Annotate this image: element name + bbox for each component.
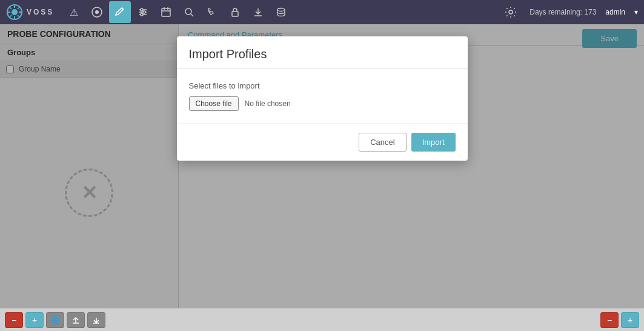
modal-overlay: Import Profiles Select files to import C…: [0, 24, 644, 308]
select-files-label: Select files to import: [189, 81, 456, 90]
sliders-icon[interactable]: [132, 1, 154, 23]
svg-line-7: [18, 15, 20, 18]
svg-point-11: [95, 10, 99, 14]
lock-icon[interactable]: [224, 1, 246, 23]
import-profiles-modal: Import Profiles Select files to import C…: [177, 36, 468, 161]
no-file-text: No file chosen: [245, 99, 291, 108]
nav-icons: ⚠: [63, 1, 501, 23]
days-remaining: Days remaining: 173: [529, 8, 596, 16]
top-nav: VOSS ⚠: [0, 0, 644, 24]
svg-rect-24: [232, 12, 238, 16]
svg-line-9: [10, 15, 12, 18]
modal-title: Import Profiles: [189, 47, 456, 61]
svg-point-16: [143, 11, 145, 13]
database-icon[interactable]: [270, 1, 292, 23]
admin-dropdown-icon[interactable]: ▾: [634, 8, 638, 16]
import-button[interactable]: Import: [411, 133, 456, 152]
nav-right: Days remaining: 173 admin ▾: [501, 2, 638, 22]
cancel-button[interactable]: Cancel: [359, 133, 406, 152]
svg-point-1: [12, 9, 18, 15]
settings-gear-icon[interactable]: [501, 2, 520, 22]
svg-point-17: [141, 13, 143, 16]
modal-footer: Cancel Import: [177, 123, 468, 161]
search-icon[interactable]: [178, 1, 200, 23]
svg-rect-18: [162, 8, 170, 16]
add2-button[interactable]: +: [621, 312, 639, 328]
globe-button[interactable]: 🌐: [46, 312, 64, 328]
remove2-button[interactable]: −: [600, 312, 619, 328]
svg-line-23: [191, 14, 193, 16]
admin-label[interactable]: admin: [605, 8, 625, 16]
toolbar-right: − +: [600, 312, 639, 328]
warning-icon[interactable]: ⚠: [63, 1, 85, 23]
upload-button[interactable]: [67, 312, 85, 328]
svg-point-27: [509, 10, 513, 14]
calendar-icon[interactable]: [155, 1, 177, 23]
download-button[interactable]: [87, 312, 105, 328]
app-logo: VOSS: [6, 4, 54, 21]
phone-icon[interactable]: [201, 1, 223, 23]
edit-icon[interactable]: [109, 1, 131, 23]
svg-point-26: [277, 8, 285, 12]
choose-file-button[interactable]: Choose file: [189, 96, 239, 111]
bottom-toolbar: − + 🌐 − +: [0, 308, 644, 331]
modal-header: Import Profiles: [177, 36, 468, 69]
svg-point-15: [141, 8, 143, 11]
probe-icon[interactable]: [86, 1, 108, 23]
svg-point-22: [185, 8, 191, 15]
download-icon[interactable]: [247, 1, 269, 23]
add-button[interactable]: +: [25, 312, 44, 328]
app-title: VOSS: [27, 8, 54, 16]
svg-line-6: [10, 7, 12, 10]
modal-body: Select files to import Choose file No fi…: [177, 69, 468, 123]
svg-line-8: [18, 7, 20, 10]
remove-button[interactable]: −: [5, 312, 23, 328]
file-input-row: Choose file No file chosen: [189, 96, 456, 111]
